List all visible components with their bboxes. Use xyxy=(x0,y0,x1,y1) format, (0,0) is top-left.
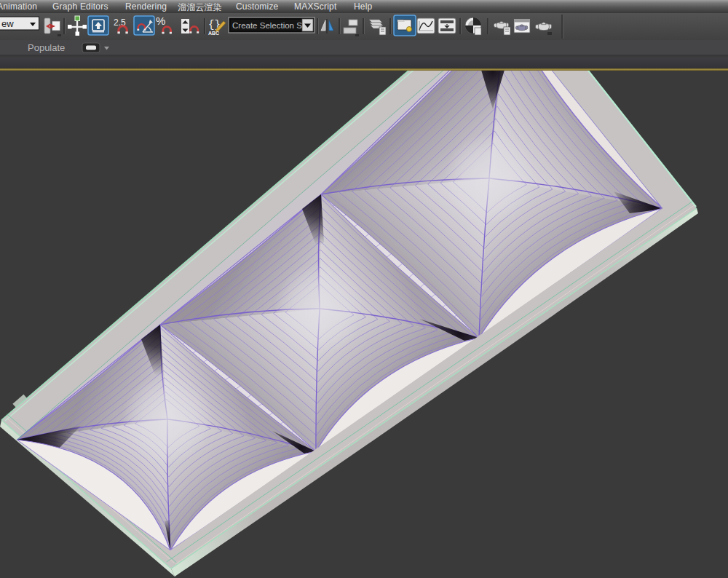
svg-text:ew: ew xyxy=(1,18,14,29)
svg-text:%: % xyxy=(156,15,165,27)
svg-text:Create Selection Se: Create Selection Se xyxy=(232,21,306,30)
svg-text:ABC: ABC xyxy=(208,31,219,36)
